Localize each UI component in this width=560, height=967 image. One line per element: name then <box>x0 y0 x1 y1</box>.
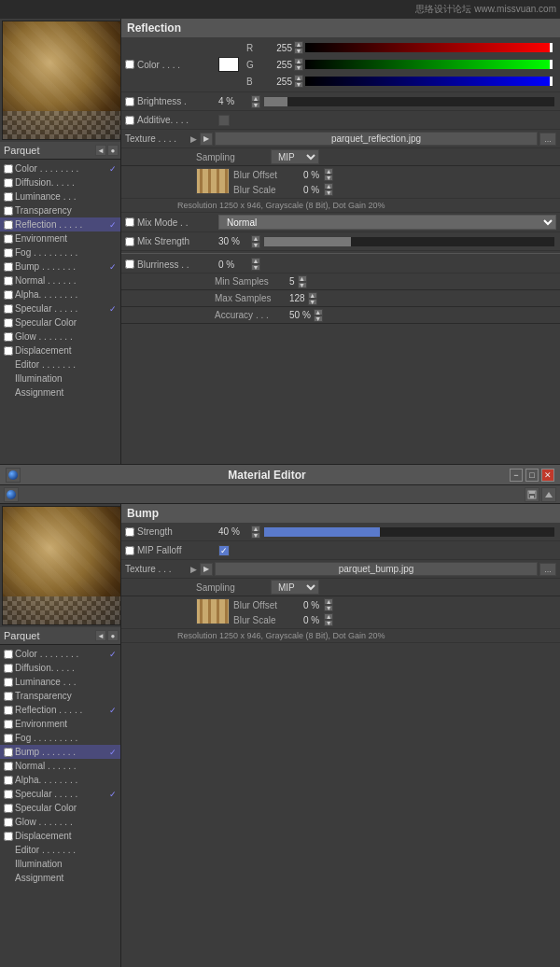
sidebar-item-3[interactable]: Transparency <box>0 203 120 217</box>
sidebar-checkbox-10[interactable] <box>4 790 13 799</box>
toolbar-save-btn[interactable] <box>525 487 539 502</box>
sidebar-checkbox-13[interactable] <box>4 346 13 356</box>
color-swatch[interactable] <box>218 57 239 72</box>
mix-strength-slider[interactable] <box>264 237 554 246</box>
sidebar-checkbox-6[interactable] <box>4 734 13 743</box>
mix-mode-dropdown[interactable]: Normal Multiply Screen <box>218 215 556 230</box>
strength-checkbox[interactable] <box>125 527 134 537</box>
sidebar-item-8[interactable]: Normal . . . . . . <box>0 759 120 773</box>
texture-filename-bottom[interactable]: parquet_bump.jpg <box>215 562 538 576</box>
b-up-btn[interactable]: ▲ <box>294 75 303 81</box>
sidebar-checkbox-3[interactable] <box>4 206 13 216</box>
sidebar-item-12[interactable]: Glow . . . . . . . <box>0 815 120 829</box>
nav-left-btn[interactable]: ◄ <box>95 145 106 156</box>
blur-offset-stepper-top[interactable]: ▲ ▼ <box>324 168 333 181</box>
r-up-btn[interactable]: ▲ <box>294 41 303 48</box>
sidebar-checkbox-12[interactable] <box>4 818 13 827</box>
blurriness-stepper[interactable]: ▲ ▼ <box>251 258 260 271</box>
texture-filename-top[interactable]: parquet_reflection.jpg <box>215 132 538 146</box>
mix-strength-checkbox[interactable] <box>125 237 134 246</box>
close-btn[interactable]: ✕ <box>541 469 554 482</box>
g-color-bar[interactable] <box>305 60 553 69</box>
blur-scale-stepper-bottom[interactable]: ▲ ▼ <box>324 613 333 626</box>
brightness-up[interactable]: ▲ <box>251 95 260 102</box>
sidebar-checkbox-8[interactable] <box>4 276 13 286</box>
sidebar-checkbox-2[interactable] <box>4 678 13 687</box>
g-up-btn[interactable]: ▲ <box>294 58 303 64</box>
sidebar-item-5[interactable]: Environment <box>0 231 120 245</box>
sidebar-item-4[interactable]: Reflection . . . . .✓ <box>0 217 120 231</box>
sidebar-checkbox-5[interactable] <box>4 720 13 729</box>
texture-more-bottom[interactable]: ... <box>539 563 556 576</box>
window-controls[interactable]: − □ ✕ <box>510 469 554 482</box>
max-samples-stepper[interactable]: ▲ ▼ <box>308 292 317 305</box>
blur-scale-stepper-top[interactable]: ▲ ▼ <box>324 183 333 196</box>
sidebar-item-3[interactable]: Transparency <box>0 689 120 703</box>
sidebar-item-4[interactable]: Reflection . . . . .✓ <box>0 703 120 717</box>
sidebar-item-9[interactable]: Alpha. . . . . . . . <box>0 773 120 787</box>
sidebar-item-0[interactable]: Color . . . . . . . .✓ <box>0 161 120 175</box>
accuracy-stepper[interactable]: ▲ ▼ <box>314 309 323 322</box>
sidebar-checkbox-12[interactable] <box>4 332 13 342</box>
nav-right-btn-bottom[interactable]: ● <box>107 630 119 641</box>
sidebar-checkbox-5[interactable] <box>4 234 13 244</box>
sidebar-item-7[interactable]: Bump . . . . . . .✓ <box>0 745 120 759</box>
sidebar-item-1[interactable]: Diffusion. . . . . <box>0 661 120 675</box>
b-stepper[interactable]: ▲ ▼ <box>294 75 303 88</box>
texture-arrow-top[interactable]: ▶ <box>190 134 197 144</box>
sidebar-checkbox-1[interactable] <box>4 178 13 188</box>
sidebar-item-15[interactable]: Illumination <box>0 371 120 385</box>
nav-left-btn-bottom[interactable]: ◄ <box>95 630 106 641</box>
sidebar-item-13[interactable]: Displacement <box>0 829 120 843</box>
sidebar-checkbox-3[interactable] <box>4 692 13 701</box>
sidebar-item-0[interactable]: Color . . . . . . . .✓ <box>0 647 120 661</box>
additive-checkbox-box[interactable] <box>218 115 230 126</box>
sidebar-item-16[interactable]: Assignment <box>0 871 120 885</box>
sidebar-item-10[interactable]: Specular . . . . .✓ <box>0 301 120 315</box>
sampling-dropdown-bottom[interactable]: MIP None <box>271 580 319 595</box>
sidebar-checkbox-2[interactable] <box>4 192 13 202</box>
mix-mode-checkbox[interactable] <box>125 217 134 227</box>
sidebar-item-16[interactable]: Assignment <box>0 385 120 399</box>
color-checkbox[interactable] <box>125 60 134 69</box>
texture-more-top[interactable]: ... <box>539 133 556 146</box>
brightness-checkbox[interactable] <box>125 97 134 106</box>
sidebar-item-7[interactable]: Bump . . . . . . .✓ <box>0 259 120 273</box>
sidebar-item-13[interactable]: Displacement <box>0 343 120 357</box>
sidebar-checkbox-7[interactable] <box>4 748 13 757</box>
sidebar-item-10[interactable]: Specular . . . . .✓ <box>0 787 120 801</box>
sidebar-checkbox-0[interactable] <box>4 164 13 174</box>
brightness-slider[interactable] <box>264 97 554 106</box>
sidebar-checkbox-1[interactable] <box>4 664 13 673</box>
maximize-btn[interactable]: □ <box>525 469 539 482</box>
r-stepper[interactable]: ▲ ▼ <box>294 41 303 54</box>
sidebar-checkbox-4[interactable] <box>4 220 13 230</box>
mip-falloff-checkbox[interactable] <box>125 546 134 555</box>
blur-offset-stepper-bottom[interactable]: ▲ ▼ <box>324 598 333 611</box>
texture-play-top[interactable]: ▶ <box>200 133 213 146</box>
mix-strength-stepper[interactable]: ▲ ▼ <box>251 235 260 248</box>
sidebar-item-2[interactable]: Luminance . . . <box>0 675 120 689</box>
texture-arrow-bottom[interactable]: ▶ <box>190 565 197 574</box>
r-color-bar[interactable] <box>305 43 553 52</box>
sidebar-item-5[interactable]: Environment <box>0 717 120 731</box>
sidebar-item-14[interactable]: Editor . . . . . . . <box>0 843 120 857</box>
sidebar-item-6[interactable]: Fog . . . . . . . . . <box>0 731 120 745</box>
sidebar-item-1[interactable]: Diffusion. . . . . <box>0 175 120 189</box>
additive-checkbox[interactable] <box>125 116 134 125</box>
sidebar-checkbox-10[interactable] <box>4 304 13 314</box>
sidebar-item-2[interactable]: Luminance . . . <box>0 189 120 203</box>
sidebar-checkbox-9[interactable] <box>4 290 13 300</box>
g-stepper[interactable]: ▲ ▼ <box>294 58 303 71</box>
r-down-btn[interactable]: ▼ <box>294 48 303 54</box>
strength-slider[interactable] <box>264 527 554 537</box>
texture-play-bottom[interactable]: ▶ <box>200 563 213 576</box>
sidebar-item-12[interactable]: Glow . . . . . . . <box>0 329 120 343</box>
sidebar-checkbox-13[interactable] <box>4 832 13 841</box>
sidebar-item-15[interactable]: Illumination <box>0 857 120 871</box>
toolbar-icon-btn[interactable] <box>4 487 19 502</box>
sidebar-item-6[interactable]: Fog . . . . . . . . . <box>0 245 120 259</box>
sidebar-checkbox-11[interactable] <box>4 804 13 813</box>
sidebar-checkbox-9[interactable] <box>4 776 13 785</box>
sidebar-item-9[interactable]: Alpha. . . . . . . . <box>0 287 120 301</box>
